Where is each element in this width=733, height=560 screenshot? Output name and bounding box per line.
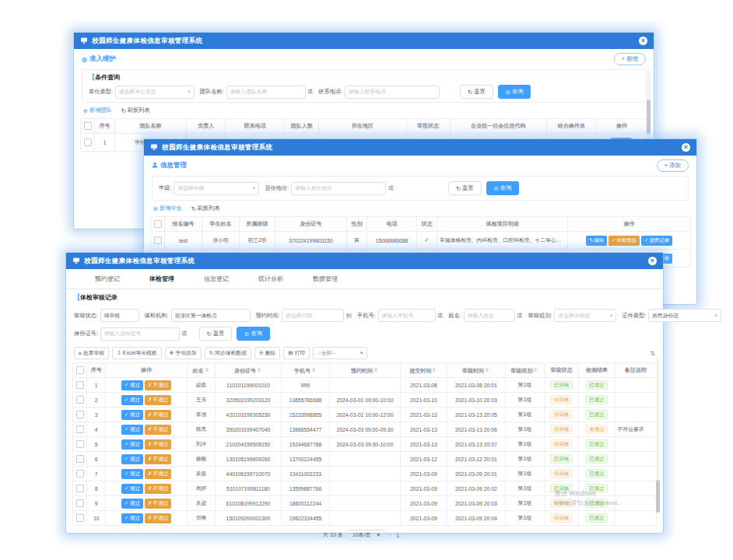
- approve-button[interactable]: ✓ 通过: [121, 469, 143, 479]
- column-header[interactable]: 序号: [95, 119, 115, 134]
- column-header[interactable]: 负责人: [187, 119, 226, 134]
- filter-input[interactable]: 请输入居住地址: [291, 182, 386, 195]
- reset-button[interactable]: ↻重置: [199, 327, 233, 341]
- column-header[interactable]: 审核组别: [505, 363, 544, 378]
- reject-button[interactable]: ✗ 不通过: [145, 439, 171, 450]
- approve-button[interactable]: ✓ 通过: [121, 513, 143, 523]
- column-settings-icon[interactable]: ⇅: [650, 350, 655, 357]
- reject-button[interactable]: ✗ 不通过: [145, 513, 171, 523]
- add-button[interactable]: + 新增: [614, 53, 646, 65]
- column-header[interactable]: 经办操作员: [546, 119, 596, 134]
- reject-button[interactable]: ✗ 不通过: [145, 469, 171, 479]
- reject-button[interactable]: ✗ 不通过: [145, 410, 171, 420]
- filter-input[interactable]: 迎泽区第一体检点: [171, 309, 251, 322]
- current-page[interactable]: 1: [396, 533, 399, 538]
- toolbar-button[interactable]: ⇩Excel导出模板: [112, 347, 162, 359]
- tab-2[interactable]: 体检管理: [136, 269, 188, 289]
- column-header[interactable]: 备注说明: [615, 363, 656, 378]
- row-checkbox[interactable]: [84, 122, 92, 130]
- toolbar-button[interactable]: ↻同步体检数据: [205, 347, 251, 359]
- column-header[interactable]: 团队人数: [285, 119, 319, 134]
- close-icon[interactable]: ×: [648, 257, 657, 265]
- toolbar-button[interactable]: ▤打印: [283, 347, 310, 359]
- reject-button[interactable]: ✗ 不通过: [145, 454, 171, 464]
- report-button[interactable]: ✓体检报告: [608, 236, 640, 246]
- row-checkbox[interactable]: [84, 138, 92, 146]
- column-header[interactable]: 预约时间: [330, 363, 401, 378]
- prev-page-button[interactable]: ‹: [389, 531, 391, 539]
- approve-button[interactable]: ✓ 通过: [121, 395, 143, 405]
- column-header[interactable]: 报名编号: [165, 217, 202, 232]
- reject-button[interactable]: ✗ 不通过: [145, 484, 171, 494]
- edit-button[interactable]: ✎编辑: [586, 236, 607, 246]
- column-header[interactable]: 姓名: [187, 363, 215, 378]
- column-header[interactable]: 所在地区: [319, 119, 406, 134]
- toolbar-button[interactable]: ≡批量审核: [74, 347, 109, 359]
- column-header[interactable]: 电话: [367, 217, 417, 232]
- close-icon[interactable]: ×: [682, 143, 690, 152]
- approve-button[interactable]: ✓ 通过: [121, 439, 143, 450]
- column-header[interactable]: 操作: [568, 217, 691, 232]
- filter-input[interactable]: 请输入姓名: [464, 309, 515, 322]
- search-button[interactable]: ⊙查询: [486, 181, 520, 195]
- toolbar-button[interactable]: ⊕手动添加: [165, 347, 202, 359]
- reset-button[interactable]: ↻重置: [460, 85, 493, 99]
- toolbar-button[interactable]: ⊕新增团队: [83, 107, 112, 114]
- search-button[interactable]: ⊙查询: [237, 327, 270, 341]
- column-header[interactable]: 联系电话: [226, 119, 285, 134]
- column-header[interactable]: 序号: [87, 363, 106, 378]
- reject-button[interactable]: ✗ 不通过: [145, 425, 171, 435]
- next-page-button[interactable]: ›: [404, 531, 406, 539]
- row-checkbox[interactable]: [154, 236, 162, 244]
- payment-button[interactable]: ✓缴费记录: [641, 236, 672, 246]
- column-header[interactable]: 所属班级: [240, 217, 275, 232]
- reject-button[interactable]: ✗ 不通过: [145, 380, 171, 390]
- row-checkbox[interactable]: [76, 514, 84, 522]
- column-header[interactable]: 手机号: [281, 363, 329, 378]
- filter-input[interactable]: 请选择日期: [282, 309, 344, 322]
- column-header[interactable]: 性别: [347, 217, 367, 232]
- tab-5[interactable]: 数据管理: [300, 269, 351, 289]
- row-checkbox[interactable]: [76, 396, 84, 404]
- toolbar-button[interactable]: ⊖删除: [254, 347, 280, 359]
- row-checkbox[interactable]: [76, 381, 84, 389]
- column-header[interactable]: 身份证号: [216, 363, 282, 378]
- add-button[interactable]: + 添加: [657, 159, 689, 172]
- row-checkbox[interactable]: [76, 455, 84, 463]
- scrollbar-thumb[interactable]: [647, 100, 651, 134]
- row-checkbox[interactable]: [154, 220, 162, 228]
- filter-select-all[interactable]: --全部--▾: [313, 347, 367, 359]
- tab-1[interactable]: 预约登记: [82, 269, 133, 289]
- approve-button[interactable]: ✓ 通过: [121, 484, 143, 494]
- approve-button[interactable]: ✓ 通过: [121, 380, 143, 390]
- column-header[interactable]: 审批状态: [406, 119, 450, 134]
- approve-button[interactable]: ✓ 通过: [121, 499, 143, 509]
- search-button[interactable]: ⊙查询: [498, 85, 531, 99]
- row-checkbox[interactable]: [76, 499, 84, 507]
- row-checkbox[interactable]: [76, 440, 84, 448]
- reject-button[interactable]: ✗ 不通过: [145, 395, 171, 405]
- row-checkbox[interactable]: [76, 485, 84, 492]
- column-header[interactable]: 团队名称: [115, 119, 187, 134]
- filter-input[interactable]: 请输入团队名称: [226, 86, 306, 99]
- column-header[interactable]: 操作: [106, 363, 188, 378]
- filter-select[interactable]: 请选择审核组▾: [554, 309, 616, 322]
- row-checkbox[interactable]: [76, 411, 84, 418]
- toolbar-button[interactable]: ↻刷新列表: [121, 107, 150, 114]
- row-checkbox[interactable]: [76, 425, 84, 433]
- filter-input[interactable]: 请输入手机号: [378, 309, 436, 322]
- filter-select[interactable]: 请选择年级▾: [174, 182, 259, 195]
- tab-3[interactable]: 信息登记: [191, 269, 242, 289]
- column-header[interactable]: 身份证号: [275, 217, 347, 232]
- column-header[interactable]: 状态: [417, 217, 437, 232]
- column-header[interactable]: 体检项目明细: [437, 217, 568, 232]
- page-size-select[interactable]: 10条/页▾: [348, 530, 384, 541]
- approve-button[interactable]: ✓ 通过: [121, 425, 143, 435]
- column-header[interactable]: 提交时间: [400, 363, 447, 378]
- column-header[interactable]: 学生姓名: [202, 217, 240, 232]
- filter-select[interactable]: 居民身份证▾: [648, 309, 721, 322]
- reject-button[interactable]: ✗ 不通过: [145, 499, 171, 509]
- filter-select[interactable]: 请选择单位类型▾: [115, 86, 195, 99]
- row-checkbox[interactable]: [76, 366, 84, 374]
- approve-button[interactable]: ✓ 通过: [121, 454, 143, 464]
